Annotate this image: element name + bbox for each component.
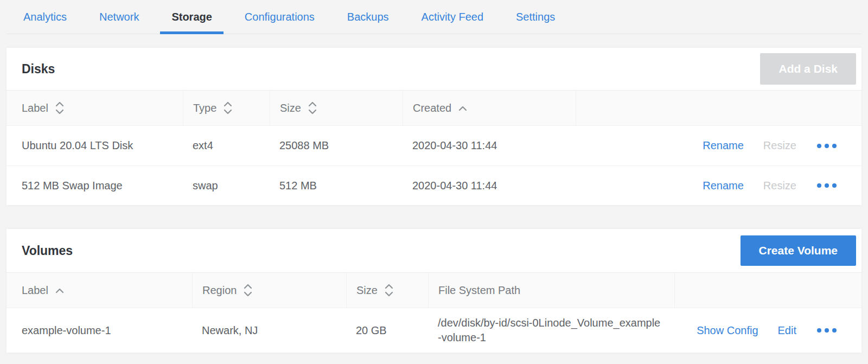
- tab-backups[interactable]: Backups: [336, 0, 400, 34]
- column-label: Label: [22, 102, 48, 114]
- disks-column-header-type[interactable]: Type: [183, 91, 270, 125]
- column-label: Type: [193, 102, 216, 114]
- sort-both-icon: [307, 101, 318, 115]
- disk-size-cell: 25088 MB: [270, 126, 403, 165]
- tab-network[interactable]: Network: [88, 0, 150, 34]
- sort-both-icon: [54, 101, 65, 115]
- table-row: example-volume-1 Newark, NJ 20 GB /dev/d…: [7, 308, 861, 353]
- linode-detail-tabbar: Analytics Network Storage Configurations…: [7, 0, 861, 34]
- disks-panel-header: Disks Add a Disk: [7, 48, 861, 90]
- disk-type-cell: ext4: [183, 126, 270, 165]
- table-row: Ubuntu 20.04 LTS Disk ext4 25088 MB 2020…: [7, 126, 861, 165]
- disk-created-cell: 2020-04-30 11:44: [403, 166, 576, 205]
- column-label: Region: [202, 284, 237, 297]
- resize-link[interactable]: Resize: [763, 139, 796, 152]
- volume-row-actions: Show Config Edit: [674, 308, 861, 353]
- disks-panel: Disks Add a Disk Label Type Size Created: [7, 48, 861, 205]
- row-menu-ellipsis-icon[interactable]: [816, 141, 838, 151]
- disk-row-actions: Rename Resize: [576, 126, 861, 165]
- table-row: 512 MB Swap Image swap 512 MB 2020-04-30…: [7, 165, 861, 205]
- volumes-table-header: Label Region Size File System Path: [7, 272, 861, 308]
- rename-link[interactable]: Rename: [703, 180, 744, 192]
- disk-label-cell: Ubuntu 20.04 LTS Disk: [7, 126, 183, 165]
- tab-configurations[interactable]: Configurations: [233, 0, 326, 34]
- volume-size-cell: 20 GB: [346, 308, 428, 353]
- create-volume-button[interactable]: Create Volume: [741, 235, 857, 266]
- disk-row-actions: Rename Resize: [576, 166, 861, 205]
- column-label: Label: [22, 284, 48, 297]
- volume-region-cell: Newark, NJ: [192, 308, 346, 353]
- column-label: Created: [413, 102, 451, 114]
- disks-table-header: Label Type Size Created: [7, 90, 861, 126]
- disks-column-header-size[interactable]: Size: [270, 91, 403, 125]
- sort-asc-icon: [457, 105, 468, 111]
- sort-both-icon: [242, 283, 253, 297]
- volumes-title: Volumes: [22, 244, 73, 258]
- disks-title: Disks: [22, 62, 55, 76]
- tab-settings[interactable]: Settings: [505, 0, 566, 34]
- volumes-column-header-actions: [674, 273, 861, 308]
- volumes-panel: Volumes Create Volume Label Region Size …: [7, 229, 861, 353]
- volumes-column-header-region[interactable]: Region: [192, 273, 346, 308]
- column-label: Size: [280, 102, 301, 114]
- tab-storage[interactable]: Storage: [160, 0, 223, 34]
- column-label: File System Path: [438, 284, 520, 297]
- disk-label-cell: 512 MB Swap Image: [7, 166, 183, 205]
- sort-both-icon: [384, 283, 394, 297]
- disks-column-header-created[interactable]: Created: [403, 91, 576, 125]
- volumes-column-header-size[interactable]: Size: [346, 273, 428, 308]
- disk-type-cell: swap: [183, 166, 270, 205]
- volumes-column-header-path: File System Path: [428, 273, 674, 308]
- column-label: Size: [356, 284, 378, 297]
- tab-activity-feed[interactable]: Activity Feed: [410, 0, 495, 34]
- edit-link[interactable]: Edit: [778, 324, 796, 337]
- disk-size-cell: 512 MB: [270, 166, 403, 205]
- volumes-column-header-label[interactable]: Label: [7, 273, 192, 308]
- row-menu-ellipsis-icon[interactable]: [816, 325, 838, 336]
- add-a-disk-button[interactable]: Add a Disk: [760, 53, 856, 85]
- tab-analytics[interactable]: Analytics: [12, 0, 78, 34]
- show-config-link[interactable]: Show Config: [697, 324, 758, 337]
- disks-column-header-actions: [576, 91, 861, 125]
- volume-label-cell: example-volume-1: [7, 308, 192, 353]
- disk-created-cell: 2020-04-30 11:44: [403, 126, 576, 165]
- sort-both-icon: [222, 101, 233, 115]
- rename-link[interactable]: Rename: [703, 139, 744, 152]
- sort-asc-icon: [54, 287, 65, 293]
- disks-column-header-label[interactable]: Label: [7, 91, 183, 125]
- row-menu-ellipsis-icon[interactable]: [816, 180, 838, 191]
- volumes-panel-header: Volumes Create Volume: [7, 229, 861, 272]
- volume-path-cell: /dev/disk/by-id/scsi-0Linode_Volume_exam…: [428, 316, 674, 345]
- resize-link[interactable]: Resize: [763, 180, 796, 192]
